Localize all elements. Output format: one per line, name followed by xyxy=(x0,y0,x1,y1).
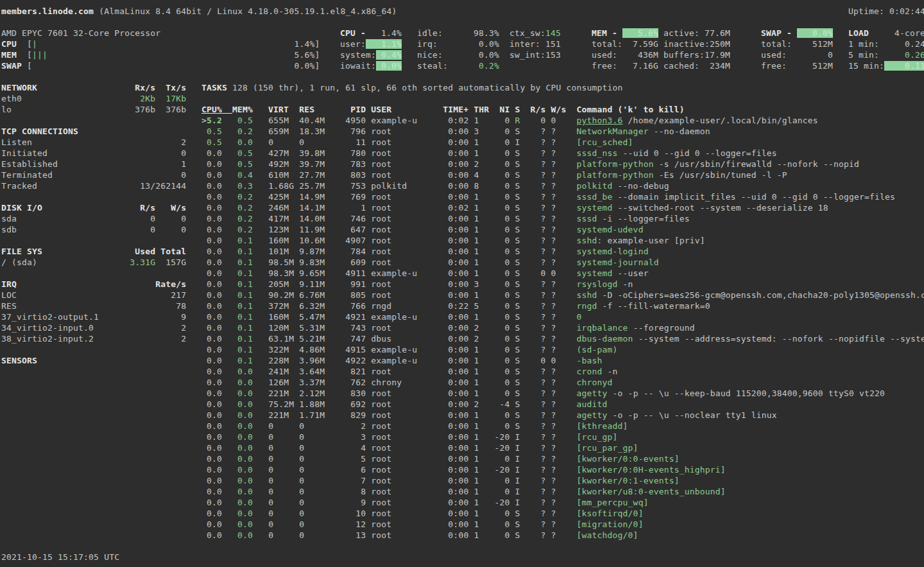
selection-marker xyxy=(201,399,207,409)
stat-label: active: xyxy=(663,28,699,38)
process-row[interactable]: 0.0 0.2 246M 14.1M 1 root 0:02 1 0 S ? ?… xyxy=(201,202,828,213)
mem-pct: 0.5 xyxy=(237,116,253,125)
process-row[interactable]: 0.0 0.0 0 0 7 root 0:00 1 0 I ? ? [kwork… xyxy=(201,475,680,486)
stat-label: 15 min: xyxy=(848,61,884,71)
text xyxy=(222,410,237,420)
process-row[interactable]: 0.0 0.0 0 0 9 root 0:00 1 -20 I ? ? [mm_… xyxy=(201,497,649,508)
process-row[interactable]: 0.0 0.0 0 0 6 root 0:00 1 -20 I ? ? [kwo… xyxy=(201,464,726,475)
cpu-pct: 0.0 xyxy=(207,181,222,191)
header-line: members.linode.com (AlmaLinux 8.4 64bit … xyxy=(1,6,397,17)
process-row[interactable]: 0.0 0.0 0 0 3 root 0:00 1 -20 I ? ? [rcu… xyxy=(201,432,618,442)
process-row[interactable]: 0.0 0.0 0 0 13 root 0:00 1 0 S ? ? [watc… xyxy=(201,530,638,541)
proc-io: ? ? xyxy=(520,465,556,475)
process-row[interactable]: 0.0 0.1 372M 6.32M 766 rngd 0:22 5 0 S ?… xyxy=(201,301,710,311)
proc-command: platform-python xyxy=(577,170,654,180)
process-row[interactable]: 0.0 0.2 417M 14.0M 746 root 0:00 1 0 S ?… xyxy=(201,213,690,224)
mem-pct: 0.1 xyxy=(237,257,253,267)
text xyxy=(222,203,237,213)
proc-io: ? ? xyxy=(520,312,556,322)
cpu-totals-row: iowait: 0.0% xyxy=(340,60,402,71)
proc-command: [ksoftirqd/0] xyxy=(577,509,644,518)
section-title: DISK I/O xyxy=(1,203,124,213)
process-row[interactable]: 0.0 0.2 123M 11.9M 647 root 0:00 1 0 S ?… xyxy=(201,224,644,235)
proc-io: ? ? xyxy=(520,410,556,420)
selection-marker xyxy=(201,137,207,147)
proc-command: sssd xyxy=(577,214,597,223)
process-row[interactable]: 0.0 0.1 63.1M 5.21M 747 dbus 0:00 2 0 S … xyxy=(201,333,924,344)
mem-row: total: 7.59G xyxy=(592,39,658,49)
section-title: IRQ xyxy=(1,279,124,289)
proc-stats: 160M 10.6M 4907 root 0:00 1 0 xyxy=(253,236,515,245)
text xyxy=(556,367,577,376)
process-row[interactable]: 0.0 0.5 427M 39.8M 780 root 0:00 1 0 S ?… xyxy=(201,148,777,159)
process-row[interactable]: 0.0 0.1 160M 10.6M 4907 root 0:00 1 0 S … xyxy=(201,235,705,246)
process-row[interactable]: 0.0 0.0 0 0 4 root 0:00 1 -20 I ? ? [rcu… xyxy=(201,442,638,453)
stat-label: free: xyxy=(761,61,787,71)
text xyxy=(556,388,577,398)
load-row: 15 min: 0.11 xyxy=(848,60,924,71)
stat-label: inactive: xyxy=(663,39,710,49)
terminal[interactable]: members.linode.com (AlmaLinux 8.4 64bit … xyxy=(0,0,924,567)
proc-command: platform-python xyxy=(577,159,654,169)
text xyxy=(222,465,237,475)
process-row[interactable]: 0.0 0.1 322M 4.86M 4915 example-u 0:00 1… xyxy=(201,344,618,355)
proc-io: ? ? xyxy=(520,334,556,344)
cpu-counters-row: sw_int:153 xyxy=(509,49,561,60)
text xyxy=(222,378,237,387)
stat-value: 436M xyxy=(617,50,658,60)
process-row[interactable]: 0.0 0.1 205M 9.11M 991 root 0:00 3 0 S ?… xyxy=(201,279,633,290)
process-row[interactable]: 0.0 0.0 0 0 2 root 0:00 1 0 S ? ? [kthre… xyxy=(201,421,628,432)
process-row[interactable]: 0.0 0.0 0 0 10 root 0:00 1 0 S ? ? [ksof… xyxy=(201,508,644,519)
proc-stats: 0 0 9 root 0:00 1 -20 xyxy=(253,498,515,507)
process-row[interactable]: 0.0 0.1 90.2M 6.76M 805 root 0:00 1 0 S … xyxy=(201,290,924,301)
process-row[interactable]: 0.5 0.0 0 0 11 root 0:00 1 0 I ? ? [rcu_… xyxy=(201,137,633,148)
process-row[interactable]: 0.5 0.2 659M 18.3M 796 root 0:00 3 0 S ?… xyxy=(201,126,710,137)
process-row[interactable]: 0.0 0.0 221M 1.71M 829 root 0:00 1 0 S ?… xyxy=(201,410,777,421)
stat-value: 0 xyxy=(787,50,833,60)
row-value: 78 xyxy=(124,301,186,311)
process-row[interactable]: 0.0 0.0 0 0 5 root 0:00 1 0 I ? ? [kwork… xyxy=(201,453,680,464)
selection-marker xyxy=(201,356,207,365)
proc-args: --system --address=systemd: --nofork --n… xyxy=(633,334,924,344)
process-row[interactable]: 0.0 0.5 492M 39.7M 783 root 0:00 2 0 S ?… xyxy=(201,159,859,170)
row-value: 0 xyxy=(124,148,186,158)
tcp-connections-row: Initiated 0 xyxy=(1,148,186,159)
tasks-summary-text: 128 (150 thr), 1 run, 61 slp, 66 oth sor… xyxy=(227,83,623,92)
cpu-pct: 0.0 xyxy=(207,268,222,278)
process-row[interactable]: 0.0 0.1 160M 5.47M 4921 example-u 0:00 1… xyxy=(201,311,582,322)
process-row[interactable]: 0.0 0.1 228M 3.96M 4922 example-u 0:00 1… xyxy=(201,355,603,366)
stat-value: 1.4% xyxy=(366,28,402,38)
cpu-counters-row: ctx_sw:145 xyxy=(509,28,561,39)
column-header: Tx/s xyxy=(155,83,186,92)
process-row[interactable]: 0.0 0.4 610M 27.7M 803 root 0:00 4 0 S ?… xyxy=(201,170,787,180)
proc-command: systemd-udevd xyxy=(577,225,644,234)
process-row[interactable]: 0.0 0.1 98.5M 9.83M 609 root 0:00 1 0 S … xyxy=(201,257,659,268)
stat-value: 0.0% xyxy=(797,28,833,38)
process-row[interactable]: 0.0 0.0 126M 3.37M 762 chrony 0:00 1 0 S… xyxy=(201,377,613,388)
proc-command: (sd-pam) xyxy=(577,345,618,354)
proc-stats: 90.2M 6.76M 805 root 0:00 1 0 xyxy=(253,290,515,300)
proc-io: ? ? xyxy=(520,378,556,387)
process-row[interactable]: 0.0 0.1 120M 5.31M 743 root 0:00 2 0 S ?… xyxy=(201,322,695,333)
process-row[interactable]: 0.0 0.1 101M 9.87M 784 root 0:00 1 0 S ?… xyxy=(201,246,649,257)
stat-value: 0.24 xyxy=(879,39,924,49)
cpu-pct: 0.0 xyxy=(207,509,222,518)
process-row[interactable]: 0.0 0.2 425M 14.9M 769 root 0:00 1 0 S ?… xyxy=(201,191,895,202)
process-row[interactable]: 0.0 0.0 0 0 12 root 0:00 1 0 S ? ? [migr… xyxy=(201,519,644,530)
row-value: 376b xyxy=(124,105,155,114)
tcp-connections-row: Terminated 0 xyxy=(1,170,186,180)
process-row[interactable]: >5.2 0.5 655M 40.4M 4950 example-u 0:02 … xyxy=(201,115,818,126)
proc-stats: 0 0 10 root 0:00 1 0 xyxy=(253,509,515,518)
process-row[interactable]: 0.0 0.0 75.2M 1.88M 692 root 0:00 2 -4 S… xyxy=(201,399,608,410)
process-row[interactable]: 0.0 0.0 0 0 8 root 0:00 1 0 I ? ? [kwork… xyxy=(201,486,726,497)
process-row[interactable]: 0.0 0.0 241M 3.64M 821 root 0:00 1 0 S ?… xyxy=(201,366,618,377)
process-row[interactable]: 0.0 0.3 1.68G 25.7M 753 polkitd 0:00 8 0… xyxy=(201,180,669,191)
process-row[interactable]: 0.0 0.0 221M 2.12M 830 root 0:00 1 0 S ?… xyxy=(201,388,885,399)
text xyxy=(222,257,237,267)
process-row[interactable]: 0.0 0.1 98.3M 9.65M 4911 example-u 0:00 … xyxy=(201,268,649,279)
proc-command: -bash xyxy=(577,356,603,365)
text xyxy=(222,214,237,223)
cpu-detail-row: irq: 0.0% xyxy=(417,39,499,49)
cpu-pct: 0.0 xyxy=(207,498,222,507)
proc-stats: 126M 3.37M 762 chrony 0:00 1 0 xyxy=(253,378,515,387)
